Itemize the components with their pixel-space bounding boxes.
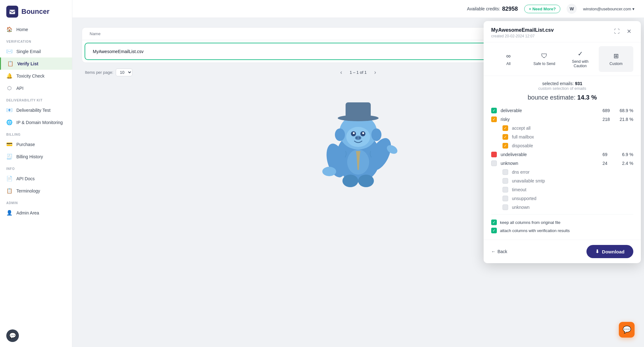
- checkbox-accept-all[interactable]: ✓: [502, 125, 508, 131]
- api-icon: ⬡: [6, 85, 13, 91]
- label-undeliverable: undeliverable: [501, 152, 599, 157]
- checkbox-unsupported[interactable]: [502, 196, 508, 201]
- svg-point-10: [359, 137, 361, 139]
- checkbox-full-mailbox[interactable]: ✓: [502, 134, 508, 140]
- label-deliverable: deliverable: [501, 108, 599, 113]
- check-row-deliverable[interactable]: ✓ deliverable 689 68.9 %: [491, 106, 633, 115]
- pct-risky: 21.8 %: [618, 117, 633, 122]
- sidebar-item-ip-domain-monitoring[interactable]: 🌐 IP & Domain Monitoring: [0, 116, 72, 128]
- tab-send-with-caution[interactable]: ✓ Send with Caution: [563, 46, 597, 72]
- checkbox-keep-columns[interactable]: ✓: [491, 220, 497, 225]
- footer-check-keep-columns[interactable]: ✓ keep all columns from original file: [491, 218, 633, 226]
- checkbox-undeliverable[interactable]: [491, 152, 497, 157]
- items-per-page-select[interactable]: 10 25 50: [116, 68, 132, 76]
- sidebar-item-admin-area[interactable]: 👤 Admin Area: [0, 207, 72, 219]
- gorilla-illustration: [308, 88, 408, 189]
- checkbox-unknown[interactable]: [491, 160, 497, 166]
- modal-actions: ⛶ ✕: [612, 27, 633, 35]
- checkbox-risky[interactable]: ✓: [491, 117, 497, 122]
- check-row-unavailable-smtp[interactable]: unavailable smtp: [491, 176, 633, 185]
- bounce-estimate: bounce estimate: 14.3 %: [491, 94, 633, 101]
- svg-point-21: [347, 149, 369, 175]
- monitoring-icon: 🌐: [6, 119, 13, 125]
- section-label-admin: ADMIN: [0, 197, 72, 207]
- header: Available credits: 82958 + Need More? W …: [72, 0, 644, 18]
- section-label-billing: BILLING: [0, 128, 72, 138]
- footer-check-attach-columns[interactable]: ✓ attach columns with verification resul…: [491, 226, 633, 235]
- tab-custom[interactable]: ⊞ Custom: [599, 46, 633, 72]
- check-row-unsupported[interactable]: unsupported: [491, 194, 633, 203]
- admin-icon: 👤: [6, 210, 13, 216]
- page-content: Name Quantity Status MyAwesomeEmailList.…: [72, 18, 644, 347]
- check-row-dns-error[interactable]: dns error: [491, 168, 633, 176]
- check-row-unknown[interactable]: unknown 24 2.4 %: [491, 159, 633, 168]
- terminology-icon: 📋: [6, 188, 13, 194]
- pct-undeliverable: 6.9 %: [618, 152, 633, 157]
- sidebar-item-billing-history[interactable]: 🧾 Billing History: [0, 150, 72, 163]
- tab-custom-label: Custom: [609, 62, 622, 66]
- need-more-button[interactable]: + Need More?: [524, 5, 561, 13]
- check-row-risky[interactable]: ✓ risky 218 21.8 %: [491, 115, 633, 124]
- sidebar-item-label: API Docs: [16, 176, 35, 181]
- label-dns-error: dns error: [512, 170, 633, 175]
- credits-value: 82958: [502, 6, 518, 12]
- sidebar-item-single-email[interactable]: ✉️ Single Email: [0, 45, 72, 57]
- sidebar-item-home[interactable]: 🏠 Home: [0, 23, 72, 35]
- expand-button[interactable]: ⛶: [612, 28, 622, 35]
- credits-label: Available credits:: [467, 6, 500, 11]
- check-row-timeout[interactable]: timeout: [491, 185, 633, 194]
- selected-count: 931: [575, 81, 582, 86]
- sidebar-item-purchase[interactable]: 💳 Purchase: [0, 138, 72, 150]
- modal-footer: ← Back ⬇ Download: [484, 240, 641, 263]
- chat-bubble-button[interactable]: 💬: [619, 322, 635, 338]
- checkbox-unknown-sub[interactable]: [502, 204, 508, 210]
- checkbox-disposable[interactable]: ✓: [502, 143, 508, 149]
- sidebar-item-terminology[interactable]: 📋 Terminology: [0, 185, 72, 197]
- modal-title-area: MyAwesomeEmailList.csv created 20-02-202…: [491, 27, 554, 38]
- label-attach-columns: attach columns with verification results: [500, 228, 570, 233]
- page-info: 1 – 1 of 1: [350, 70, 367, 75]
- sidebar-item-toxicity-check[interactable]: 🔔 Toxicity Check: [0, 70, 72, 82]
- prev-page-button[interactable]: ‹: [338, 68, 345, 77]
- main-content: Available credits: 82958 + Need More? W …: [72, 0, 644, 347]
- check-row-unknown-sub[interactable]: unknown: [491, 203, 633, 212]
- back-button[interactable]: ← Back: [491, 249, 507, 254]
- sidebar-item-api-docs[interactable]: 📄 API Docs: [0, 172, 72, 185]
- toxicity-icon: 🔔: [6, 73, 13, 79]
- checkbox-timeout[interactable]: [502, 187, 508, 192]
- sidebar-item-verify-list[interactable]: 📋 Verify List: [0, 57, 72, 70]
- checkbox-unavailable-smtp[interactable]: [502, 178, 508, 184]
- count-line: selected emails: 931: [491, 81, 633, 86]
- chat-button[interactable]: 💬: [6, 329, 19, 342]
- desc-line: custom selection of emails: [491, 86, 633, 91]
- tab-safe-to-send[interactable]: 🛡 Safe to Send: [527, 46, 562, 72]
- modal-header: MyAwesomeEmailList.csv created 20-02-202…: [484, 21, 641, 42]
- checkbox-dns-error[interactable]: [502, 169, 508, 175]
- next-page-button[interactable]: ›: [372, 68, 379, 77]
- download-button[interactable]: ⬇ Download: [586, 245, 633, 258]
- chevron-down-icon: ▾: [632, 7, 635, 11]
- items-per-page-control: Items per page: 10 25 50: [85, 68, 132, 76]
- check-icon: ✓: [578, 50, 583, 57]
- file-name: MyAwesomeEmailList.csv: [93, 49, 498, 54]
- label-full-mailbox: full mailbox: [512, 134, 633, 139]
- sidebar-item-label: API: [16, 86, 24, 91]
- checkbox-deliverable[interactable]: ✓: [491, 108, 497, 113]
- svg-rect-12: [346, 102, 371, 119]
- check-row-accept-all[interactable]: ✓ accept all: [491, 124, 633, 133]
- purchase-icon: 💳: [6, 141, 13, 147]
- sidebar-item-deliverability-test[interactable]: 📧 Deliverability Test: [0, 104, 72, 116]
- sidebar-item-label: Purchase: [16, 142, 35, 147]
- check-row-full-mailbox[interactable]: ✓ full mailbox: [491, 133, 633, 141]
- close-button[interactable]: ✕: [625, 27, 633, 35]
- check-row-undeliverable[interactable]: undeliverable 69 6.9 %: [491, 150, 633, 159]
- bounce-value: 14.3 %: [577, 94, 597, 101]
- svg-point-22: [335, 128, 345, 141]
- tab-all[interactable]: ∞ All: [491, 46, 526, 72]
- filter-tabs: ∞ All 🛡 Safe to Send ✓ Send with Caution…: [484, 42, 641, 76]
- user-email: winston@usebouncer.com ▾: [583, 7, 635, 11]
- svg-point-16: [322, 167, 336, 176]
- checkbox-attach-columns[interactable]: ✓: [491, 228, 497, 233]
- sidebar-item-api[interactable]: ⬡ API: [0, 82, 72, 94]
- check-row-disposable[interactable]: ✓ disposable: [491, 141, 633, 150]
